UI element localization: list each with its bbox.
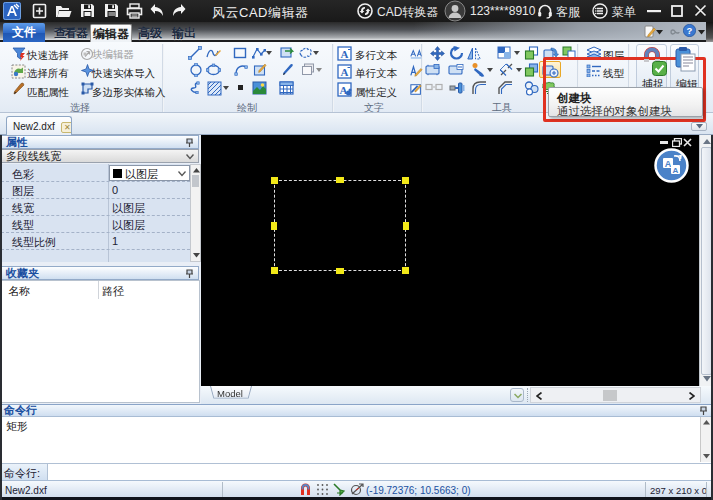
svg-text:?: ? [687, 25, 693, 36]
svg-text:A: A [341, 48, 349, 60]
svg-text:A: A [665, 159, 672, 169]
svg-text:A: A [673, 166, 679, 175]
svg-text:A: A [341, 66, 349, 78]
